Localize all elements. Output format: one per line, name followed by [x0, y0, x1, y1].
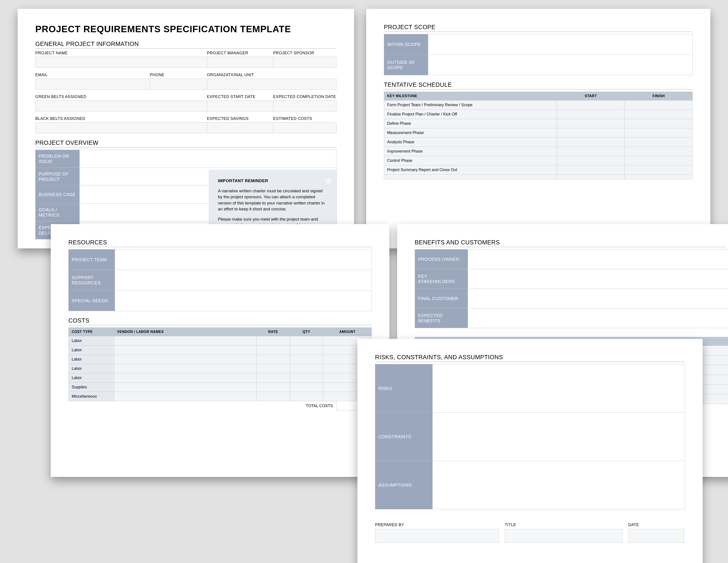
sch-r6-finish[interactable] — [625, 156, 693, 165]
sch-r2-start[interactable] — [557, 119, 625, 128]
input-exp-start[interactable] — [207, 100, 273, 111]
sch-r5: Improvement Phase — [384, 147, 557, 156]
cost-r3-vendor[interactable] — [114, 364, 257, 373]
lbl-project-manager: PROJECT MANAGER — [207, 51, 273, 55]
sch-r3-start[interactable] — [557, 128, 625, 137]
ov-problem: PROBLEM OR ISSUE — [36, 150, 80, 167]
res-special-val[interactable] — [115, 291, 372, 311]
input-est-costs[interactable] — [273, 122, 336, 133]
sch-r8-start[interactable] — [557, 175, 625, 179]
constraints-label: CONSTRAINTS — [375, 413, 433, 461]
section-general: GENERAL PROJECT INFORMATION — [35, 41, 336, 47]
input-org-unit[interactable] — [207, 79, 336, 90]
sch-r2-finish[interactable] — [625, 119, 693, 128]
risks-val[interactable] — [433, 364, 685, 413]
constraints-val[interactable] — [433, 413, 685, 461]
section-scope: PROJECT SCOPE — [384, 24, 693, 31]
sch-r4: Analysis Phase — [384, 137, 557, 147]
sig-date-label: DATE — [628, 523, 684, 527]
cost-r2-rate[interactable] — [256, 355, 290, 364]
lbl-exp-complete: EXPECTED COMPLETION DATE — [273, 94, 336, 99]
cost-r4-qty[interactable] — [290, 373, 323, 383]
cost-r1-vendor[interactable] — [114, 346, 257, 355]
page-3: RESOURCES PROJECT TEAM SUPPORT RESOURCES… — [51, 224, 389, 477]
sig-prepared-box[interactable] — [375, 529, 499, 543]
cost-r3-rate[interactable] — [256, 364, 290, 373]
reminder-p1: A narrative written charter must be circ… — [218, 188, 328, 212]
sch-h2: START — [557, 92, 625, 100]
cost-r0-rate[interactable] — [256, 336, 290, 346]
cost-r6-vendor[interactable] — [114, 392, 257, 401]
sch-r3-finish[interactable] — [625, 128, 693, 137]
cost-r2: Labor — [69, 355, 114, 364]
sch-r7-start[interactable] — [557, 165, 625, 175]
section-benefits: BENEFITS AND CUSTOMERS — [415, 239, 728, 246]
scope-in-val[interactable] — [428, 34, 692, 55]
input-project-manager[interactable] — [207, 57, 273, 68]
cost-r5: Supplies — [69, 383, 114, 392]
sch-r8-finish[interactable] — [625, 175, 693, 179]
cost-r5-rate[interactable] — [256, 383, 290, 392]
sch-r5-finish[interactable] — [625, 147, 693, 156]
ben-customer-val[interactable] — [468, 289, 728, 308]
sch-r4-finish[interactable] — [625, 137, 693, 147]
costs-table: COST TYPE VENDOR / LABOR NAMES RATE QTY … — [68, 328, 372, 401]
sch-r0-finish[interactable] — [625, 100, 693, 110]
input-exp-complete[interactable] — [273, 100, 336, 111]
lbl-exp-savings: EXPECTED SAVINGS — [207, 116, 273, 121]
sig-date-box[interactable] — [628, 529, 684, 543]
sch-h3: FINISH — [625, 92, 693, 100]
ben-owner-val[interactable] — [468, 249, 728, 269]
cost-r2-vendor[interactable] — [114, 355, 257, 364]
ov-problem-val[interactable] — [80, 150, 336, 167]
cost-r6-qty[interactable] — [290, 392, 323, 401]
scope-out-val[interactable] — [428, 55, 692, 75]
lbl-est-costs: ESTIMATED COSTS — [273, 116, 336, 121]
cost-r6-rate[interactable] — [256, 392, 290, 401]
sch-r1: Finalize Project Plan / Charter / Kick O… — [384, 110, 557, 119]
res-team: PROJECT TEAM — [69, 249, 115, 270]
schedule-table: KEY MILESTONE START FINISH Form Project … — [384, 92, 693, 179]
input-project-sponsor[interactable] — [273, 57, 336, 68]
lbl-exp-start: EXPECTED START DATE — [207, 94, 273, 99]
cost-r1-qty[interactable] — [290, 346, 323, 355]
ben-stake-val[interactable] — [468, 269, 728, 289]
page-5: RISKS, CONSTRAINTS, AND ASSUMPTIONS RISK… — [357, 339, 703, 563]
res-support-val[interactable] — [115, 270, 372, 290]
sch-r7-finish[interactable] — [625, 165, 693, 175]
sch-r8[interactable] — [384, 175, 557, 179]
cost-r5-vendor[interactable] — [114, 383, 257, 392]
star-icon: ★ — [323, 172, 334, 189]
cost-r5-qty[interactable] — [290, 383, 323, 392]
cost-r3-qty[interactable] — [290, 364, 323, 373]
ov-purpose: PURPOSE OF PROJECT — [36, 168, 80, 185]
sch-r6-start[interactable] — [557, 156, 625, 165]
sch-r1-start[interactable] — [557, 110, 625, 119]
input-email[interactable] — [35, 79, 150, 90]
cost-r0-qty[interactable] — [290, 336, 323, 346]
sch-r0-start[interactable] — [557, 100, 625, 110]
input-green-belts[interactable] — [35, 100, 207, 111]
cost-h2: VENDOR / LABOR NAMES — [114, 328, 257, 336]
page-1: PROJECT REQUIREMENTS SPECIFICATION TEMPL… — [18, 9, 354, 248]
ben-expected-val[interactable] — [468, 309, 728, 328]
lbl-project-name: PROJECT NAME — [35, 51, 207, 55]
cost-r1-rate[interactable] — [256, 346, 290, 355]
cost-r4-rate[interactable] — [256, 373, 290, 383]
res-special: SPECIAL NEEDS — [69, 291, 115, 311]
section-risks: RISKS, CONSTRAINTS, AND ASSUMPTIONS — [375, 354, 685, 361]
cost-r2-qty[interactable] — [290, 355, 323, 364]
assumptions-val[interactable] — [433, 461, 685, 509]
cost-r0-vendor[interactable] — [114, 336, 257, 346]
input-project-name[interactable] — [35, 57, 207, 68]
res-team-val[interactable] — [115, 249, 372, 270]
input-phone[interactable] — [150, 79, 207, 90]
sch-r4-start[interactable] — [557, 137, 625, 147]
sch-h1: KEY MILESTONE — [384, 92, 557, 100]
cost-r4-vendor[interactable] — [114, 373, 257, 383]
input-exp-savings[interactable] — [207, 122, 273, 133]
sch-r1-finish[interactable] — [625, 110, 693, 119]
input-black-belts[interactable] — [35, 122, 207, 133]
sig-title-box[interactable] — [505, 529, 623, 543]
sch-r5-start[interactable] — [557, 147, 625, 156]
